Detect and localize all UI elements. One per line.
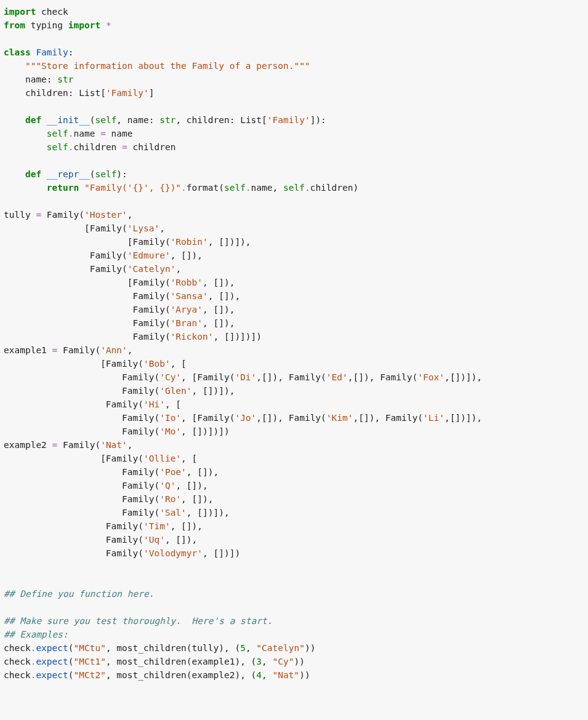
code-line: Family('Catelyn', (4, 264, 181, 274)
code-line: self.children = children (4, 142, 175, 152)
code-token (4, 169, 25, 179)
code-token (4, 142, 47, 152)
code-token: ,[]), Family( (348, 372, 418, 382)
code-token: self (224, 183, 246, 193)
code-token: Family( (4, 535, 143, 545)
code-token: , [Family( (181, 372, 235, 382)
code-token: 'Uq' (143, 535, 165, 545)
code-line: Family('Uq', []), (4, 535, 197, 545)
code-token: = (36, 210, 41, 220)
code-line: Family('Hi', [ (4, 399, 181, 409)
code-token: ]): (310, 115, 326, 125)
code-token: class (4, 47, 31, 57)
code-token: Family( (4, 318, 171, 328)
code-token: 4 (256, 670, 262, 680)
code-token: , []), (181, 494, 213, 504)
code-token: , [Family( (181, 413, 235, 423)
code-token: 'Q' (159, 481, 175, 490)
code-token: ( (68, 657, 74, 666)
code-line: Family('Bran', []), (4, 318, 235, 328)
code-token: ,[])]), (445, 372, 482, 382)
code-token: 'Bran' (171, 318, 203, 328)
code-token: "MCt2" (74, 670, 106, 680)
code-token: "Cy" (273, 657, 294, 666)
code-token: , (175, 264, 181, 274)
code-token: , [])])]) (181, 426, 230, 436)
code-token: ): (116, 169, 127, 179)
code-token: . (246, 183, 251, 193)
code-line: Family('Rickon', [])])]) (4, 332, 262, 342)
code-token: Family( (4, 413, 159, 423)
code-token: 'Family' (267, 115, 310, 125)
code-token: 'Sansa' (171, 291, 208, 301)
code-line: [Family('Robin', [])]), (4, 237, 251, 247)
code-token: 'Rickon' (171, 332, 214, 342)
code-token: check (36, 7, 68, 17)
code-token (4, 61, 25, 71)
code-token: 'Fox' (417, 372, 445, 382)
code-line: return "Family('{}', {})".format(self.na… (4, 183, 358, 193)
code-token: , [])]) (203, 548, 240, 558)
code-token: = (52, 345, 58, 355)
code-token: , (159, 223, 165, 233)
code-token: "Nat" (273, 670, 300, 680)
code-line: Family('Sal', [])]), (4, 508, 230, 518)
code-token: expect (36, 643, 68, 653)
code-token: 'Ed' (326, 372, 348, 382)
code-token: 'Jo' (235, 413, 256, 423)
code-line: ## Make sure you test thoroughly. Here's… (4, 616, 273, 626)
code-token: , []), (203, 305, 235, 314)
code-token: name: (4, 74, 57, 84)
code-token: , [])]), (192, 386, 235, 396)
code-token: __init__ (47, 115, 90, 125)
code-line: Family('Mo', [])])]) (4, 426, 230, 436)
code-token: , (262, 657, 272, 666)
code-token: , (246, 643, 256, 653)
code-line: children: List['Family'] (4, 88, 154, 98)
code-token: , (262, 670, 272, 680)
code-token: , []), (203, 278, 235, 287)
code-token: , []), (171, 250, 203, 260)
code-token: )) (294, 657, 304, 666)
code-line: example2 = Family('Nat', (4, 440, 133, 450)
code-token: Family (36, 47, 68, 57)
code-token: 'Ro' (159, 494, 181, 504)
code-token: name (74, 129, 101, 138)
code-token: 'Ollie' (143, 454, 181, 463)
code-token: ## Make sure you test thoroughly. Here's… (4, 616, 273, 626)
code-line: ## Examples: (4, 630, 68, 639)
code-token: check (4, 643, 31, 653)
code-token: import (68, 20, 100, 30)
code-token: ,[])]), (445, 413, 482, 423)
code-token: Family( (4, 467, 159, 477)
code-token: Family( (4, 291, 171, 301)
code-token: Family( (4, 372, 159, 382)
code-token: , []), (203, 318, 235, 328)
code-line: Family('Ro', []), (4, 494, 213, 504)
code-token: ## Define you function here. (4, 589, 154, 599)
code-token: , children: List[ (175, 115, 267, 125)
code-line: from typing import * (4, 20, 111, 30)
code-token: return (47, 183, 79, 193)
code-token (41, 169, 47, 179)
code-token: 'Sal' (159, 508, 187, 518)
code-line: Family('Poe', []), (4, 467, 219, 477)
code-token: . (68, 129, 74, 138)
code-line: check.expect("MCtu", most_children(tully… (4, 643, 315, 653)
code-token: , [ (181, 454, 197, 463)
code-token: Family( (4, 305, 171, 314)
code-token: Family( (57, 440, 100, 450)
code-token: , []), (171, 521, 203, 531)
code-token: def (25, 115, 41, 125)
code-token: self (47, 129, 68, 138)
code-token: 'Ann' (100, 345, 127, 355)
code-token: """Store information about the Family of… (25, 61, 310, 71)
code-line: name: str (4, 74, 74, 84)
code-token: ] (149, 88, 155, 98)
code-line: Family('Glen', [])]), (4, 386, 235, 396)
code-token: ## Examples: (4, 630, 68, 639)
code-token: name, (251, 183, 283, 193)
code-token: 'Arya' (171, 305, 203, 314)
code-token: check (4, 657, 31, 666)
code-token: 'Io' (159, 413, 181, 423)
